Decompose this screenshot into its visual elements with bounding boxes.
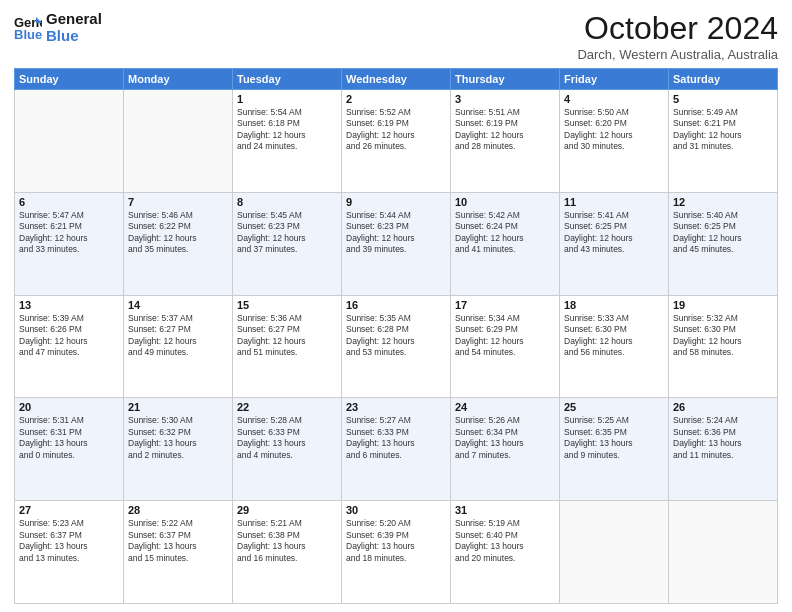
calendar-week-row: 6Sunrise: 5:47 AM Sunset: 6:21 PM Daylig… — [15, 192, 778, 295]
calendar-day-cell: 7Sunrise: 5:46 AM Sunset: 6:22 PM Daylig… — [124, 192, 233, 295]
day-number: 28 — [128, 504, 228, 516]
day-number: 2 — [346, 93, 446, 105]
calendar-day-cell: 3Sunrise: 5:51 AM Sunset: 6:19 PM Daylig… — [451, 90, 560, 193]
day-info: Sunrise: 5:37 AM Sunset: 6:27 PM Dayligh… — [128, 313, 228, 359]
day-info: Sunrise: 5:21 AM Sunset: 6:38 PM Dayligh… — [237, 518, 337, 564]
calendar-week-row: 13Sunrise: 5:39 AM Sunset: 6:26 PM Dayli… — [15, 295, 778, 398]
day-of-week-row: SundayMondayTuesdayWednesdayThursdayFrid… — [15, 69, 778, 90]
logo-line2: Blue — [46, 27, 102, 44]
day-number: 27 — [19, 504, 119, 516]
calendar-day-cell: 20Sunrise: 5:31 AM Sunset: 6:31 PM Dayli… — [15, 398, 124, 501]
calendar-day-cell: 21Sunrise: 5:30 AM Sunset: 6:32 PM Dayli… — [124, 398, 233, 501]
calendar-week-row: 1Sunrise: 5:54 AM Sunset: 6:18 PM Daylig… — [15, 90, 778, 193]
day-info: Sunrise: 5:40 AM Sunset: 6:25 PM Dayligh… — [673, 210, 773, 256]
day-info: Sunrise: 5:25 AM Sunset: 6:35 PM Dayligh… — [564, 415, 664, 461]
calendar-week-row: 20Sunrise: 5:31 AM Sunset: 6:31 PM Dayli… — [15, 398, 778, 501]
day-info: Sunrise: 5:19 AM Sunset: 6:40 PM Dayligh… — [455, 518, 555, 564]
dow-header: Thursday — [451, 69, 560, 90]
calendar-day-cell: 25Sunrise: 5:25 AM Sunset: 6:35 PM Dayli… — [560, 398, 669, 501]
dow-header: Sunday — [15, 69, 124, 90]
page: General Blue General Blue October 2024 D… — [0, 0, 792, 612]
calendar-day-cell: 31Sunrise: 5:19 AM Sunset: 6:40 PM Dayli… — [451, 501, 560, 604]
calendar-day-cell: 26Sunrise: 5:24 AM Sunset: 6:36 PM Dayli… — [669, 398, 778, 501]
day-info: Sunrise: 5:30 AM Sunset: 6:32 PM Dayligh… — [128, 415, 228, 461]
calendar-day-cell — [560, 501, 669, 604]
day-number: 31 — [455, 504, 555, 516]
calendar-day-cell: 13Sunrise: 5:39 AM Sunset: 6:26 PM Dayli… — [15, 295, 124, 398]
calendar-body: 1Sunrise: 5:54 AM Sunset: 6:18 PM Daylig… — [15, 90, 778, 604]
calendar-day-cell — [124, 90, 233, 193]
calendar-day-cell: 8Sunrise: 5:45 AM Sunset: 6:23 PM Daylig… — [233, 192, 342, 295]
day-info: Sunrise: 5:46 AM Sunset: 6:22 PM Dayligh… — [128, 210, 228, 256]
day-number: 16 — [346, 299, 446, 311]
calendar-day-cell — [15, 90, 124, 193]
day-info: Sunrise: 5:36 AM Sunset: 6:27 PM Dayligh… — [237, 313, 337, 359]
day-info: Sunrise: 5:35 AM Sunset: 6:28 PM Dayligh… — [346, 313, 446, 359]
day-number: 25 — [564, 401, 664, 413]
day-number: 23 — [346, 401, 446, 413]
day-number: 22 — [237, 401, 337, 413]
day-number: 1 — [237, 93, 337, 105]
day-number: 30 — [346, 504, 446, 516]
day-info: Sunrise: 5:31 AM Sunset: 6:31 PM Dayligh… — [19, 415, 119, 461]
day-number: 13 — [19, 299, 119, 311]
svg-text:Blue: Blue — [14, 27, 42, 41]
day-number: 20 — [19, 401, 119, 413]
dow-header: Monday — [124, 69, 233, 90]
title-block: October 2024 Darch, Western Australia, A… — [577, 10, 778, 62]
calendar-day-cell: 15Sunrise: 5:36 AM Sunset: 6:27 PM Dayli… — [233, 295, 342, 398]
day-info: Sunrise: 5:23 AM Sunset: 6:37 PM Dayligh… — [19, 518, 119, 564]
day-number: 11 — [564, 196, 664, 208]
day-number: 5 — [673, 93, 773, 105]
day-number: 29 — [237, 504, 337, 516]
day-number: 3 — [455, 93, 555, 105]
calendar-week-row: 27Sunrise: 5:23 AM Sunset: 6:37 PM Dayli… — [15, 501, 778, 604]
day-number: 14 — [128, 299, 228, 311]
calendar-day-cell: 11Sunrise: 5:41 AM Sunset: 6:25 PM Dayli… — [560, 192, 669, 295]
day-info: Sunrise: 5:28 AM Sunset: 6:33 PM Dayligh… — [237, 415, 337, 461]
calendar-day-cell — [669, 501, 778, 604]
day-number: 6 — [19, 196, 119, 208]
calendar-day-cell: 18Sunrise: 5:33 AM Sunset: 6:30 PM Dayli… — [560, 295, 669, 398]
header: General Blue General Blue October 2024 D… — [14, 10, 778, 62]
calendar-day-cell: 29Sunrise: 5:21 AM Sunset: 6:38 PM Dayli… — [233, 501, 342, 604]
calendar-day-cell: 19Sunrise: 5:32 AM Sunset: 6:30 PM Dayli… — [669, 295, 778, 398]
day-info: Sunrise: 5:54 AM Sunset: 6:18 PM Dayligh… — [237, 107, 337, 153]
calendar-day-cell: 1Sunrise: 5:54 AM Sunset: 6:18 PM Daylig… — [233, 90, 342, 193]
day-info: Sunrise: 5:51 AM Sunset: 6:19 PM Dayligh… — [455, 107, 555, 153]
day-number: 17 — [455, 299, 555, 311]
calendar-day-cell: 22Sunrise: 5:28 AM Sunset: 6:33 PM Dayli… — [233, 398, 342, 501]
calendar-day-cell: 30Sunrise: 5:20 AM Sunset: 6:39 PM Dayli… — [342, 501, 451, 604]
day-info: Sunrise: 5:22 AM Sunset: 6:37 PM Dayligh… — [128, 518, 228, 564]
calendar-day-cell: 10Sunrise: 5:42 AM Sunset: 6:24 PM Dayli… — [451, 192, 560, 295]
calendar-table: SundayMondayTuesdayWednesdayThursdayFrid… — [14, 68, 778, 604]
day-info: Sunrise: 5:47 AM Sunset: 6:21 PM Dayligh… — [19, 210, 119, 256]
day-number: 19 — [673, 299, 773, 311]
day-info: Sunrise: 5:24 AM Sunset: 6:36 PM Dayligh… — [673, 415, 773, 461]
day-info: Sunrise: 5:34 AM Sunset: 6:29 PM Dayligh… — [455, 313, 555, 359]
calendar-day-cell: 14Sunrise: 5:37 AM Sunset: 6:27 PM Dayli… — [124, 295, 233, 398]
day-info: Sunrise: 5:45 AM Sunset: 6:23 PM Dayligh… — [237, 210, 337, 256]
calendar-day-cell: 17Sunrise: 5:34 AM Sunset: 6:29 PM Dayli… — [451, 295, 560, 398]
dow-header: Tuesday — [233, 69, 342, 90]
month-title: October 2024 — [577, 10, 778, 47]
calendar-day-cell: 5Sunrise: 5:49 AM Sunset: 6:21 PM Daylig… — [669, 90, 778, 193]
calendar-day-cell: 28Sunrise: 5:22 AM Sunset: 6:37 PM Dayli… — [124, 501, 233, 604]
calendar-day-cell: 24Sunrise: 5:26 AM Sunset: 6:34 PM Dayli… — [451, 398, 560, 501]
calendar-day-cell: 16Sunrise: 5:35 AM Sunset: 6:28 PM Dayli… — [342, 295, 451, 398]
day-info: Sunrise: 5:39 AM Sunset: 6:26 PM Dayligh… — [19, 313, 119, 359]
day-number: 21 — [128, 401, 228, 413]
calendar-day-cell: 4Sunrise: 5:50 AM Sunset: 6:20 PM Daylig… — [560, 90, 669, 193]
dow-header: Wednesday — [342, 69, 451, 90]
day-number: 8 — [237, 196, 337, 208]
subtitle: Darch, Western Australia, Australia — [577, 47, 778, 62]
calendar-day-cell: 2Sunrise: 5:52 AM Sunset: 6:19 PM Daylig… — [342, 90, 451, 193]
day-info: Sunrise: 5:50 AM Sunset: 6:20 PM Dayligh… — [564, 107, 664, 153]
day-number: 4 — [564, 93, 664, 105]
dow-header: Friday — [560, 69, 669, 90]
day-number: 26 — [673, 401, 773, 413]
calendar-day-cell: 9Sunrise: 5:44 AM Sunset: 6:23 PM Daylig… — [342, 192, 451, 295]
day-info: Sunrise: 5:20 AM Sunset: 6:39 PM Dayligh… — [346, 518, 446, 564]
day-number: 7 — [128, 196, 228, 208]
day-info: Sunrise: 5:32 AM Sunset: 6:30 PM Dayligh… — [673, 313, 773, 359]
